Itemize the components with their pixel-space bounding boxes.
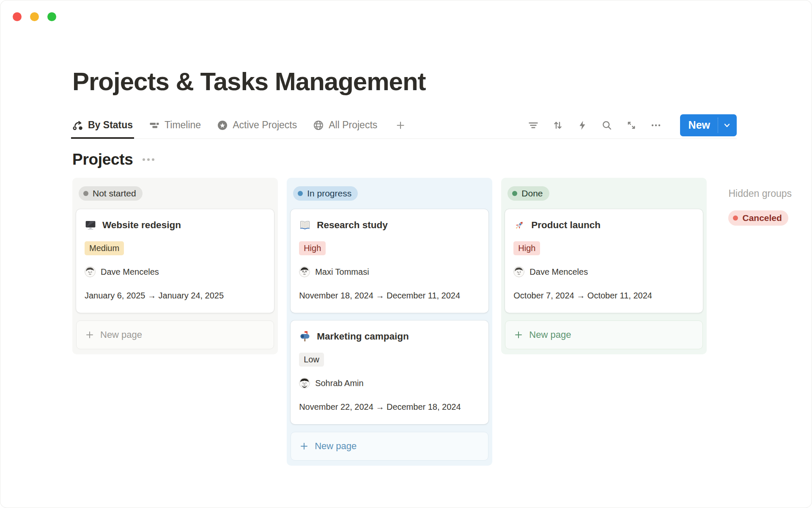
avatar-sohrab-amin — [299, 378, 310, 389]
assignee-name: Sohrab Amin — [315, 378, 364, 388]
card-date-range: January 6, 2025 → January 24, 2025 — [85, 289, 266, 302]
board-header: Projects — [72, 151, 812, 168]
add-view-button[interactable] — [393, 112, 408, 138]
group-label: In progress — [307, 188, 351, 199]
group-pill-not-started[interactable]: Not started — [79, 186, 143, 201]
group-dot-icon — [733, 215, 738, 221]
priority-badge: High — [513, 241, 540, 255]
group-dot-icon — [512, 191, 517, 196]
assignee-name: Dave Menceles — [529, 267, 588, 277]
project-card-marketing-campaign[interactable]: Marketing campaign Low — [291, 320, 488, 424]
group-dot-icon — [298, 191, 303, 196]
tab-label: Timeline — [165, 119, 201, 131]
group-pill-canceled[interactable]: Canceled — [728, 210, 788, 226]
tab-all-projects[interactable]: All Projects — [313, 112, 377, 138]
card-date-range: November 18, 2024 → December 11, 2024 — [299, 289, 480, 302]
open-book-icon — [299, 219, 311, 231]
assignee-name: Dave Menceles — [101, 267, 159, 277]
status-board-icon — [72, 120, 83, 131]
filter-icon[interactable] — [527, 119, 540, 132]
plus-icon — [85, 330, 94, 340]
priority-badge: Medium — [85, 241, 124, 255]
page-title: Projects & Tasks Management — [72, 0, 812, 96]
plus-icon — [514, 330, 523, 340]
rocket-icon — [513, 219, 525, 231]
group-pill-done[interactable]: Done — [508, 186, 549, 201]
project-card-research-study[interactable]: Research study High — [291, 209, 488, 313]
hidden-groups-section: Hidden groups Canceled — [728, 178, 812, 226]
hidden-groups-label: Hidden groups — [728, 188, 812, 199]
board-column-not-started: Not started Website redesign — [72, 178, 278, 354]
window-controls — [13, 12, 56, 21]
assignee-name: Maxi Tommasi — [315, 267, 369, 277]
group-pill-in-progress[interactable]: In progress — [293, 186, 358, 201]
group-dot-icon — [83, 191, 88, 196]
chevron-down-icon[interactable] — [718, 120, 737, 130]
card-title: Marketing campaign — [317, 331, 409, 342]
board-column-in-progress: In progress Research study — [287, 178, 492, 466]
more-icon[interactable] — [650, 119, 662, 132]
group-label: Not started — [93, 188, 136, 199]
timeline-icon — [149, 120, 160, 131]
automation-icon[interactable] — [576, 119, 589, 132]
card-title: Website redesign — [102, 220, 181, 231]
globe-icon — [313, 120, 324, 131]
sort-icon[interactable] — [551, 119, 564, 132]
priority-badge: High — [299, 241, 326, 255]
view-tab-bar: By Status Timeline — [72, 112, 737, 139]
card-date-range: November 22, 2024 → December 18, 2024 — [299, 400, 465, 413]
avatar-dave-menceles — [85, 266, 96, 277]
mailbox-icon — [299, 331, 311, 342]
new-page-button-in-progress[interactable]: New page — [291, 432, 488, 461]
app-window: Projects & Tasks Management By Status — [0, 0, 812, 508]
tab-timeline[interactable]: Timeline — [149, 112, 201, 138]
board-more-icon[interactable] — [143, 158, 154, 161]
board-column-done: Done — [501, 178, 707, 354]
project-card-website-redesign[interactable]: Website redesign Medium Dave Men — [76, 209, 274, 313]
view-controls: New — [527, 114, 737, 136]
view-tabs: By Status Timeline — [72, 112, 408, 138]
tab-label: By Status — [88, 119, 133, 131]
card-date-range: October 7, 2024 → October 11, 2024 — [513, 289, 694, 302]
project-card-product-launch[interactable]: Product launch High Dave Mencele — [505, 209, 703, 313]
new-button[interactable]: New — [680, 114, 737, 136]
zoom-window-button[interactable] — [47, 12, 56, 21]
avatar-dave-menceles — [513, 266, 524, 277]
expand-icon[interactable] — [625, 119, 638, 132]
group-label: Canceled — [742, 213, 782, 223]
search-icon[interactable] — [601, 119, 613, 132]
new-page-label: New page — [100, 329, 142, 340]
kanban-board: Not started Website redesign — [72, 178, 812, 466]
tab-label: Active Projects — [233, 119, 297, 131]
card-title: Product launch — [531, 220, 601, 231]
minimize-window-button[interactable] — [30, 12, 39, 21]
new-button-label: New — [680, 119, 718, 131]
tab-label: All Projects — [329, 119, 377, 131]
close-window-button[interactable] — [13, 12, 22, 21]
new-page-label: New page — [315, 441, 357, 452]
card-title: Research study — [317, 220, 388, 231]
desktop-computer-icon — [85, 219, 96, 231]
group-label: Done — [521, 188, 543, 199]
board-title: Projects — [72, 151, 133, 168]
tab-active-projects[interactable]: Active Projects — [217, 112, 297, 138]
priority-badge: Low — [299, 353, 324, 367]
plus-icon — [299, 442, 309, 451]
new-page-button-not-started[interactable]: New page — [76, 320, 274, 349]
new-page-button-done[interactable]: New page — [505, 320, 703, 349]
new-page-label: New page — [529, 329, 571, 340]
avatar-maxi-tommasi — [299, 266, 310, 277]
plus-icon — [395, 120, 406, 131]
star-circle-icon — [217, 120, 228, 131]
tab-by-status[interactable]: By Status — [72, 112, 133, 138]
